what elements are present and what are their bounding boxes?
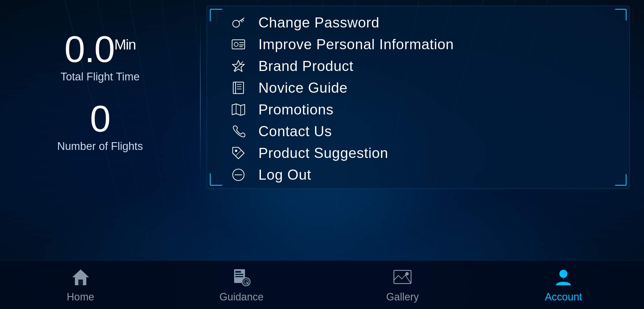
svg-rect-26 [235, 271, 241, 273]
product-suggestion-label: Product Suggestion [258, 145, 388, 161]
gallery-label: Gallery [386, 291, 419, 303]
svg-marker-16 [232, 104, 245, 115]
corner-decoration-tr [615, 9, 627, 20]
bottom-nav: Home Guidance Gallery [0, 260, 644, 309]
svg-rect-24 [78, 280, 83, 285]
contact-us-label: Contact Us [258, 123, 332, 140]
change-password-label: Change Password [258, 14, 380, 31]
flight-count-block: 0 Number of Flights [57, 100, 143, 152]
flight-count-value: 0 [57, 100, 143, 137]
svg-rect-11 [233, 82, 244, 94]
map-open-icon [230, 101, 247, 118]
tag-icon [230, 144, 247, 162]
svg-rect-27 [235, 274, 243, 275]
phone-icon [230, 123, 247, 140]
menu-item-promotions[interactable]: Promotions [224, 99, 612, 120]
nav-item-gallery[interactable]: Gallery [360, 267, 445, 303]
circle-minus-icon [230, 166, 247, 183]
svg-rect-32 [394, 270, 411, 284]
menu-item-improve-personal-info[interactable]: Improve Personal Information [224, 33, 612, 55]
flight-time-value: 0.0Min [61, 31, 140, 68]
promotions-label: Promotions [258, 101, 334, 118]
menu-item-brand-product[interactable]: Brand Product [224, 55, 612, 77]
nav-item-account[interactable]: Account [521, 267, 606, 303]
stats-panel: 0.0Min Total Flight Time 0 Number of Fli… [0, 0, 200, 183]
svg-point-34 [559, 270, 567, 278]
menu-item-product-suggestion[interactable]: Product Suggestion [224, 142, 612, 164]
menu-item-novice-guide[interactable]: Novice Guide [224, 77, 612, 99]
flight-time-block: 0.0Min Total Flight Time [61, 31, 140, 83]
guidance-label: Guidance [220, 291, 264, 303]
svg-line-2 [242, 19, 244, 21]
key-icon [230, 14, 247, 31]
svg-point-0 [233, 20, 240, 27]
svg-rect-28 [235, 276, 243, 277]
id-card-icon [230, 36, 247, 53]
flight-count-label: Number of Flights [57, 140, 143, 152]
nav-item-home[interactable]: Home [38, 267, 123, 303]
menu-item-contact-us[interactable]: Contact Us [224, 120, 612, 142]
menu-item-change-password[interactable]: Change Password [224, 12, 612, 33]
star-badge-icon [230, 58, 247, 75]
menu-panel: Change Password Improve Personal Informa… [207, 6, 630, 189]
svg-point-5 [234, 42, 238, 46]
vertical-divider [200, 17, 201, 177]
nav-item-guidance[interactable]: Guidance [199, 267, 284, 303]
account-icon [553, 267, 574, 288]
svg-line-3 [241, 20, 242, 22]
svg-point-33 [405, 272, 409, 276]
flight-time-label: Total Flight Time [61, 71, 140, 83]
book-icon [230, 79, 247, 96]
home-icon [70, 267, 91, 288]
home-label: Home [67, 291, 94, 303]
novice-guide-label: Novice Guide [258, 80, 348, 96]
svg-point-19 [235, 150, 237, 152]
menu-item-log-out[interactable]: Log Out [224, 164, 612, 186]
guidance-icon [231, 267, 252, 288]
account-label: Account [545, 291, 582, 303]
corner-decoration-br [615, 174, 627, 186]
brand-product-label: Brand Product [258, 58, 354, 74]
log-out-label: Log Out [258, 167, 311, 183]
improve-personal-info-label: Improve Personal Information [258, 36, 454, 53]
gallery-icon [392, 267, 413, 288]
